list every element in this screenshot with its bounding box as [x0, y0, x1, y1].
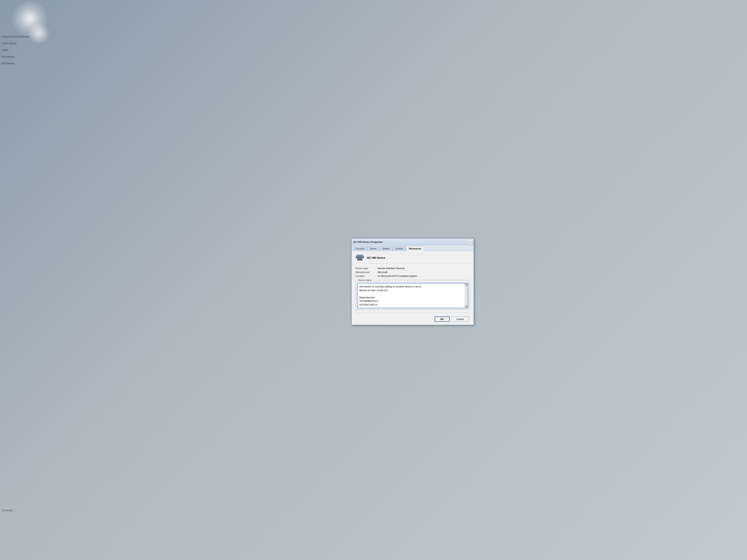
cancel-button[interactable]: Cancel — [451, 317, 469, 322]
scroll-up-button[interactable]: ▲ — [465, 283, 468, 286]
hid-icon-connector — [357, 258, 362, 261]
prop-row-manufacturer: Manufacturer: Microsoft — [355, 271, 470, 273]
bg-list-item-1: Virtual keyborad Device — [2, 33, 29, 40]
dialog-tabs: General Driver Details Events Resources — [352, 245, 473, 251]
device-properties-dialog: I2C HID Device Properties × General Driv… — [352, 239, 474, 325]
tab-resources[interactable]: Resources — [406, 246, 424, 251]
content-separator — [355, 313, 470, 313]
bg-list-item-2: ontrol device — [2, 40, 29, 47]
device-display-name: I2C HID Device — [367, 256, 385, 259]
manufacturer-value: Microsoft — [378, 271, 387, 273]
status-line-5: ACPI\INT33FC\3 — [359, 303, 462, 306]
ok-button[interactable]: OK — [435, 317, 449, 322]
location-value: on Microsoft ACPI-Compliant System — [378, 275, 417, 277]
scroll-track — [465, 286, 468, 305]
status-line-1: This device is currently waiting on anot… — [359, 285, 462, 289]
device-type-value: Human Interface Devices — [378, 267, 405, 270]
device-status-section: Device status This device is currently w… — [355, 280, 470, 310]
glare-effect-2 — [28, 22, 50, 45]
device-status-box[interactable]: This device is currently waiting on anot… — [357, 283, 468, 308]
dialog-content: I2C HID Device Device type: Human Interf… — [352, 251, 473, 325]
dialog-title: I2C HID Device Properties — [353, 240, 383, 243]
bg-list-item-4: ned device — [2, 53, 29, 60]
manufacturer-label: Manufacturer: — [355, 271, 378, 273]
hid-device-icon — [356, 255, 364, 261]
location-label: Location: — [355, 275, 378, 277]
status-line-2: devices to start. (Code 51) — [359, 288, 462, 292]
dialog-buttons-area: OK Cancel — [355, 315, 470, 323]
status-line-4: ACPI\80860F41\1 — [359, 299, 462, 303]
bg-list-item-3: troller — [2, 47, 29, 53]
device-icon-container — [355, 254, 364, 262]
tab-events[interactable]: Events — [393, 246, 406, 251]
device-properties: Device type: Human Interface Devices Man… — [355, 267, 470, 277]
tab-general[interactable]: General — [353, 246, 367, 251]
device-header: I2C HID Device — [355, 254, 470, 264]
prop-row-device-type: Device type: Human Interface Devices — [355, 267, 470, 270]
status-scrollbar[interactable]: ▲ ▼ — [465, 283, 468, 308]
device-type-label: Device type: — [355, 267, 378, 270]
background-controller-item: Controller — [2, 509, 13, 512]
device-status-text: This device is currently waiting on anot… — [359, 285, 466, 306]
status-line-3: Dependencies: — [359, 296, 462, 299]
prop-row-location: Location: on Microsoft ACPI-Compliant Sy… — [355, 275, 470, 277]
status-section-legend: Device status — [357, 279, 372, 282]
tab-details[interactable]: Details — [380, 246, 393, 251]
close-button[interactable]: × — [468, 240, 472, 244]
bg-list-item-5: ned device — [2, 60, 29, 67]
background-device-list: Virtual keyborad Device ontrol device tr… — [0, 33, 29, 67]
dialog-title-bar: I2C HID Device Properties × — [352, 239, 473, 245]
scroll-down-button[interactable]: ▼ — [465, 305, 468, 308]
tab-driver[interactable]: Driver — [367, 246, 379, 251]
